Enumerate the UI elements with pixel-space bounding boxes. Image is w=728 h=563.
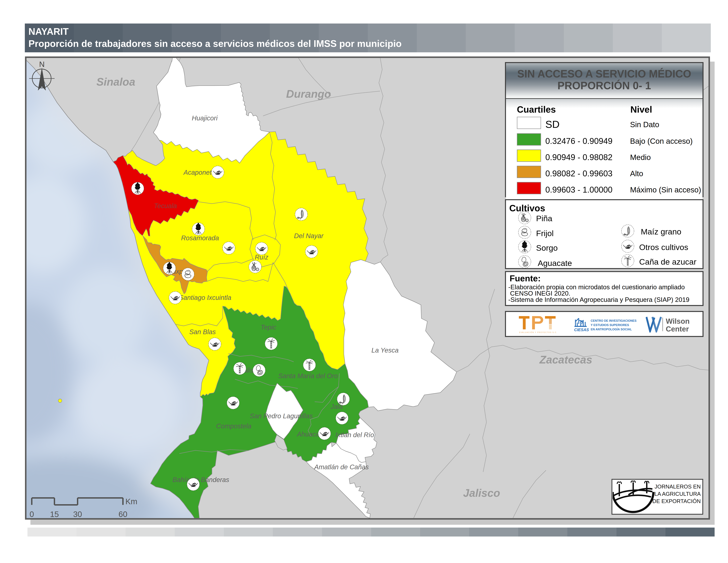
- svg-text:Sinaloa: Sinaloa: [96, 76, 135, 88]
- svg-text:Km: Km: [125, 497, 137, 506]
- svg-text:N: N: [39, 60, 45, 69]
- svg-text:Durango: Durango: [286, 88, 331, 100]
- svg-text:Del Nayar: Del Nayar: [294, 232, 324, 239]
- svg-text:30: 30: [73, 510, 82, 518]
- svg-text:Jalisco: Jalisco: [463, 487, 500, 499]
- svg-text:CIESAS: CIESAS: [574, 328, 589, 332]
- svg-text:Zacatecas: Zacatecas: [539, 354, 592, 366]
- svg-text:Ixtlán del Río: Ixtlán del Río: [335, 431, 374, 439]
- svg-text:La Yesca: La Yesca: [371, 347, 399, 354]
- svg-text:Tecuala: Tecuala: [154, 202, 177, 209]
- svg-text:Amatlán de Cañas: Amatlán de Cañas: [314, 463, 369, 471]
- svg-text:Bahía de Banderas: Bahía de Banderas: [173, 476, 229, 483]
- svg-text:Huajicori: Huajicori: [192, 114, 218, 122]
- svg-text:EVALUACIÓN Y PROYECTOS S.C.: EVALUACIÓN Y PROYECTOS S.C.: [519, 331, 557, 333]
- svg-text:Compostela: Compostela: [216, 422, 251, 430]
- svg-text:Santa María del Oro: Santa María del Oro: [278, 372, 338, 380]
- svg-text:Acaponeta: Acaponeta: [183, 169, 215, 176]
- svg-text:15: 15: [50, 510, 59, 518]
- svg-text:60: 60: [118, 510, 127, 518]
- svg-text:Santiago Ixcuintla: Santiago Ixcuintla: [179, 294, 231, 301]
- svg-text:0: 0: [30, 510, 34, 518]
- svg-text:Tepic: Tepic: [261, 324, 276, 331]
- svg-text:San Blas: San Blas: [189, 328, 216, 336]
- svg-text:Rosamorada: Rosamorada: [181, 234, 219, 241]
- svg-text:San Pedro Lagunillas: San Pedro Lagunillas: [250, 412, 313, 420]
